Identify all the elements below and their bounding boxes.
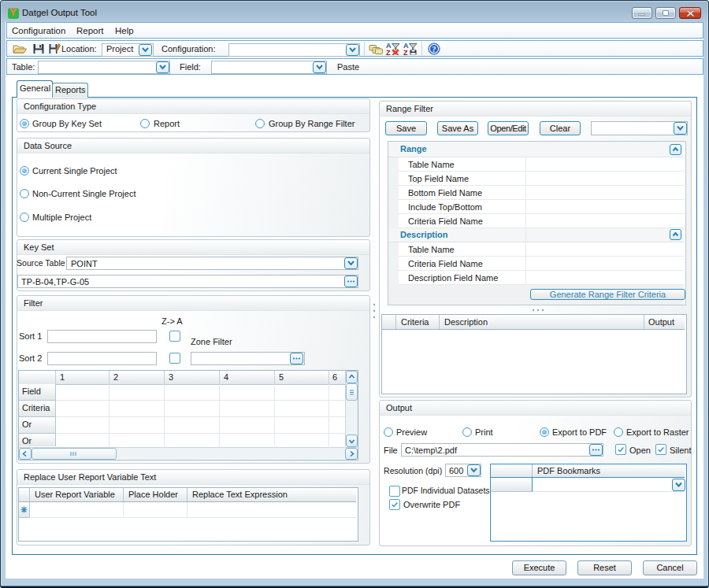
svg-text:Z: Z: [386, 49, 391, 56]
svg-text:?: ?: [432, 45, 436, 54]
svg-text:Z: Z: [403, 49, 408, 56]
